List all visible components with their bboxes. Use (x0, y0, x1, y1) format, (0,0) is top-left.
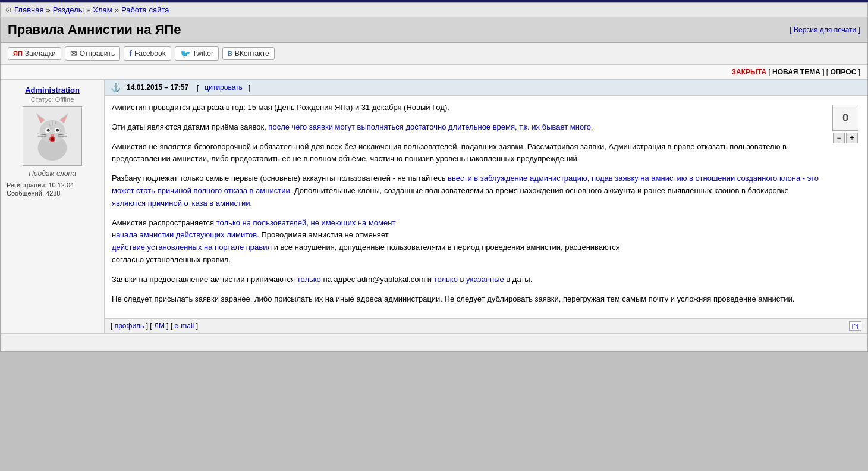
post-date: 14.01.2015 – 17:57 (127, 83, 188, 92)
vk-label: ВКонтакте (235, 49, 269, 58)
main-wrapper: ⊙ Главная » Разделы » Хлам » Работа сайт… (0, 2, 868, 352)
post-area: Administration Статус: Offline (1, 80, 867, 334)
breadcrumb-sep3: » (115, 5, 119, 14)
user-sidebar: Administration Статус: Offline (1, 80, 105, 333)
new-topic-link[interactable]: НОВАЯ ТЕМА (772, 68, 820, 76)
post-paragraph-3: Амнистия не является безоговорочной и об… (112, 141, 825, 166)
email-link[interactable]: e-mail (175, 322, 194, 330)
breadcrumb-sep2: » (86, 5, 90, 14)
twitter-icon: 🐦 (180, 49, 190, 58)
up-link[interactable]: [^] (849, 321, 861, 331)
send-icon: ✉ (70, 49, 77, 58)
twitter-label: Twitter (193, 49, 213, 58)
bracket-close: ] (249, 83, 251, 92)
vk-button[interactable]: В ВКонтакте (222, 47, 275, 60)
pm-link[interactable]: ЛМ (154, 322, 165, 330)
reg-info: Регистрация: 10.12.04 (7, 181, 98, 189)
breadcrumb-sections[interactable]: Разделы (53, 5, 84, 14)
breadcrumb-sep1: » (46, 5, 50, 14)
rating-plus-button[interactable]: + (846, 133, 858, 143)
page-title: Правила Амнистии на ЯПе (8, 22, 181, 37)
footer-bracket-1: [ (111, 322, 115, 330)
facebook-icon: f (129, 49, 132, 58)
user-title: Продам слона (29, 169, 76, 178)
post-paragraph-2: Эти даты являются датами приёма заявок, … (112, 121, 825, 134)
breadcrumb-junk[interactable]: Хлам (93, 5, 112, 14)
quote-link[interactable]: цитировать (205, 83, 243, 92)
bookmarks-icon: ЯП (13, 50, 23, 57)
vk-icon: В (228, 50, 232, 57)
home-icon: ⊙ (5, 5, 12, 14)
bracket-open: [ (194, 83, 199, 92)
reg-label: Регистрация: (7, 181, 46, 189)
footer-links: [ профиль ] [ ЛМ ] [ e-mail ] (111, 322, 198, 330)
page-title-bar: Правила Амнистии на ЯПе [ Версия для печ… (1, 17, 867, 43)
footer-bracket-2: ] (196, 322, 198, 330)
action-separator2: ] [ (822, 68, 830, 76)
poll-link[interactable]: ОПРОС (831, 68, 857, 76)
status-label: Статус: (31, 96, 54, 103)
post-paragraph-5: Амнистия распространяется только на поль… (112, 217, 825, 266)
post-paragraph-7: Не следует присылать заявки заранее, либ… (112, 293, 825, 306)
send-label: Отправить (80, 49, 115, 58)
post-header: ⚓ 14.01.2015 – 17:57 [ цитировать ] (105, 80, 867, 96)
breadcrumb-site[interactable]: Работа сайта (121, 5, 169, 14)
profile-link[interactable]: профиль (115, 322, 144, 330)
post-paragraph-4: Разбану подлежат только самые первые (ос… (112, 172, 825, 209)
breadcrumb-home[interactable]: Главная (14, 5, 43, 14)
print-link[interactable]: [ Версия для печати ] (790, 26, 860, 34)
post-content-area: ⚓ 14.01.2015 – 17:57 [ цитировать ] Амни… (105, 80, 867, 333)
svg-point-13 (51, 137, 54, 141)
avatar-image (23, 106, 81, 166)
post-footer: [ профиль ] [ ЛМ ] [ e-mail ] [^] (105, 318, 867, 333)
bookmarks-button[interactable]: ЯП Закладки (8, 47, 61, 60)
share-bar: ЯП Закладки ✉ Отправить f Facebook 🐦 Twi… (1, 43, 867, 65)
send-button[interactable]: ✉ Отправить (65, 46, 121, 61)
closed-label: ЗАКРЫТА (732, 68, 767, 76)
svg-point-10 (56, 129, 59, 132)
footer-sep-2: ] [ (166, 322, 174, 330)
action-bar: ЗАКРЫТА [ НОВАЯ ТЕМА ] [ ОПРОС ] (1, 65, 867, 80)
post-paragraph-6: Заявки на предоставление амнистии приним… (112, 274, 825, 286)
posts-label: Сообщений: (7, 190, 44, 197)
anchor-icon: ⚓ (111, 83, 121, 92)
rating-block: 0 − + (831, 102, 860, 312)
svg-point-9 (47, 129, 50, 132)
avatar (23, 106, 82, 166)
facebook-label: Facebook (134, 49, 166, 58)
rating-minus-button[interactable]: − (833, 133, 845, 143)
post-paragraph-1: Амнистия проводится два раза в год: 15 м… (112, 102, 825, 114)
username-link[interactable]: Administration (25, 86, 80, 95)
post-body: Амнистия проводится два раза в год: 15 м… (105, 96, 867, 318)
bottom-area (1, 334, 867, 351)
status-value: Offline (55, 96, 74, 103)
svg-point-11 (51, 134, 54, 136)
posts-info: Сообщений: 4288 (7, 190, 98, 197)
user-status: Статус: Offline (31, 96, 74, 103)
reg-date: 10.12.04 (48, 181, 74, 189)
breadcrumb: ⊙ Главная » Разделы » Хлам » Работа сайт… (1, 3, 867, 17)
rating-value: 0 (832, 105, 858, 131)
twitter-button[interactable]: 🐦 Twitter (175, 46, 219, 61)
bookmarks-label: Закладки (25, 49, 56, 58)
rating-controls: − + (833, 133, 858, 143)
action-separator3: ] (858, 68, 860, 76)
posts-count: 4288 (46, 190, 60, 197)
footer-sep-1: ] [ (146, 322, 154, 330)
post-text: Амнистия проводится два раза в год: 15 м… (112, 102, 825, 312)
facebook-button[interactable]: f Facebook (124, 46, 171, 61)
user-meta: Регистрация: 10.12.04 Сообщений: 4288 (7, 181, 98, 198)
